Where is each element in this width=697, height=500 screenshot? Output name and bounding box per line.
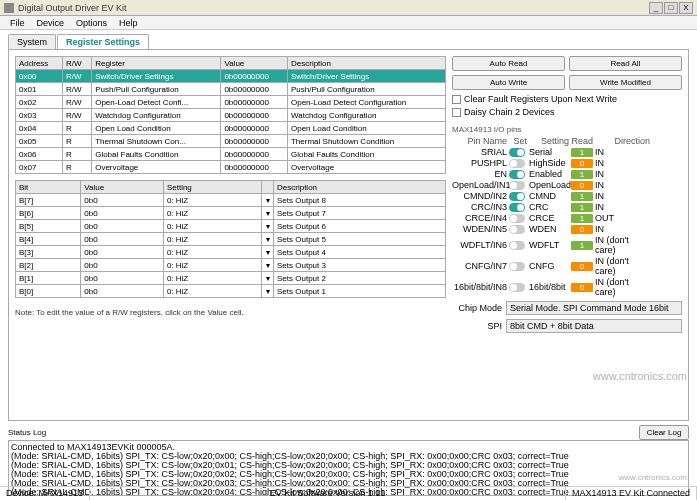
tab-panel: AddressR/WRegisterValueDescription 0x00R… xyxy=(8,49,689,421)
register-table: AddressR/WRegisterValueDescription 0x00R… xyxy=(15,56,446,174)
read-badge: 1 xyxy=(571,170,593,179)
register-row[interactable]: 0x05RThermal Shutdown Con...0b00000000Th… xyxy=(16,135,446,148)
pin-row: WDEN/IN5WDEN0IN xyxy=(452,224,682,234)
menu-options[interactable]: Options xyxy=(70,16,113,29)
dropdown-icon[interactable]: ▾ xyxy=(262,246,274,259)
bit-row[interactable]: B[1]0b00: HiZ▾Sets Output 2 xyxy=(16,272,446,285)
dropdown-icon[interactable]: ▾ xyxy=(262,220,274,233)
menu-device[interactable]: Device xyxy=(31,16,71,29)
pins-title: MAX14913 I/O pins xyxy=(452,125,682,134)
app-icon xyxy=(4,3,14,13)
dropdown-icon[interactable]: ▾ xyxy=(262,233,274,246)
register-row[interactable]: 0x03R/WWatchdog Configuration0b00000000W… xyxy=(16,109,446,122)
bit-row[interactable]: B[7]0b00: HiZ▾Sets Output 8 xyxy=(16,194,446,207)
dropdown-icon[interactable]: ▾ xyxy=(262,259,274,272)
menu-help[interactable]: Help xyxy=(113,16,144,29)
read-badge: 1 xyxy=(571,148,593,157)
bit-table: BitValueSettingDescription B[7]0b00: HiZ… xyxy=(15,180,446,298)
register-row[interactable]: 0x01R/WPush/Pull Configuration0b00000000… xyxy=(16,83,446,96)
read-badge: 0 xyxy=(571,283,593,292)
read-badge: 0 xyxy=(571,262,593,271)
status-log-label: Status Log xyxy=(8,428,639,437)
register-row[interactable]: 0x06RGlobal Faults Condition0b00000000Gl… xyxy=(16,148,446,161)
bit-row[interactable]: B[3]0b00: HiZ▾Sets Output 4 xyxy=(16,246,446,259)
maximize-button[interactable]: □ xyxy=(664,2,678,14)
close-button[interactable]: X xyxy=(679,2,693,14)
footer-version: EV Kit Software Version 1.11 xyxy=(90,487,566,500)
pin-toggle[interactable] xyxy=(509,159,525,168)
read-badge: 1 xyxy=(571,192,593,201)
daisy-chain-checkbox[interactable]: Daisy Chain 2 Devices xyxy=(452,107,682,117)
pin-toggle[interactable] xyxy=(509,170,525,179)
pin-row: CNFG/IN7CNFG0IN (don't care) xyxy=(452,256,682,276)
dropdown-icon[interactable]: ▾ xyxy=(262,272,274,285)
pin-toggle[interactable] xyxy=(509,148,525,157)
footer-device: Device: MAX14913 xyxy=(0,487,90,500)
pin-row: SRIALSerial1IN xyxy=(452,147,682,157)
pin-row: ENEnabled1IN xyxy=(452,169,682,179)
chip-mode-label: Chip Mode xyxy=(452,303,502,313)
window-title: Digital Output Driver EV Kit xyxy=(18,3,649,13)
read-badge: 0 xyxy=(571,159,593,168)
pin-row: CRCE/IN4CRCE1OUT xyxy=(452,213,682,223)
read-badge: 1 xyxy=(571,241,593,250)
pin-row: CMND/IN2CMND1IN xyxy=(452,191,682,201)
menu-file[interactable]: File xyxy=(4,16,31,29)
edit-note: Note: To edit the value of a R/W registe… xyxy=(15,308,446,317)
pin-toggle[interactable] xyxy=(509,181,525,190)
pin-toggle[interactable] xyxy=(509,203,525,212)
clear-log-button[interactable]: Clear Log xyxy=(639,425,689,440)
bit-row[interactable]: B[4]0b00: HiZ▾Sets Output 5 xyxy=(16,233,446,246)
register-row[interactable]: 0x00R/WSwitch/Driver Settings0b00000000S… xyxy=(16,70,446,83)
spi-value[interactable]: 8bit CMD + 8bit Data xyxy=(506,319,682,333)
tabs: System Register Settings xyxy=(8,34,689,49)
spi-label: SPI xyxy=(452,321,502,331)
bit-row[interactable]: B[2]0b00: HiZ▾Sets Output 3 xyxy=(16,259,446,272)
bit-row[interactable]: B[5]0b00: HiZ▾Sets Output 6 xyxy=(16,220,446,233)
chip-mode-value: Serial Mode. SPI Command Mode 16bit xyxy=(506,301,682,315)
pin-row: WDFLT/IN6WDFLT1IN (don't care) xyxy=(452,235,682,255)
clear-fault-checkbox[interactable]: Clear Fault Registers Upon Next Write xyxy=(452,94,682,104)
pin-row: PUSHPLHighSide0IN xyxy=(452,158,682,168)
dropdown-icon[interactable]: ▾ xyxy=(262,285,274,298)
footer-status: MAX14913 EV Kit Connected xyxy=(566,487,697,500)
statusbar: Device: MAX14913 EV Kit Software Version… xyxy=(0,486,697,500)
pin-toggle[interactable] xyxy=(509,214,525,223)
auto-write-button[interactable]: Auto Write xyxy=(452,75,565,90)
register-row[interactable]: 0x04ROpen Load Condition0b00000000Open L… xyxy=(16,122,446,135)
pin-toggle[interactable] xyxy=(509,192,525,201)
read-badge: 1 xyxy=(571,214,593,223)
register-row[interactable]: 0x07ROvervoltage0b00000000Overvoltage xyxy=(16,161,446,174)
read-all-button[interactable]: Read All xyxy=(569,56,682,71)
read-badge: 0 xyxy=(571,181,593,190)
titlebar: Digital Output Driver EV Kit _ □ X xyxy=(0,0,697,16)
pin-toggle[interactable] xyxy=(509,283,525,292)
tab-system[interactable]: System xyxy=(8,34,56,49)
pin-row: 16bit/8bit/IN816bit/8bit0IN (don't care) xyxy=(452,277,682,297)
dropdown-icon[interactable]: ▾ xyxy=(262,194,274,207)
pin-toggle[interactable] xyxy=(509,225,525,234)
bit-row[interactable]: B[0]0b00: HiZ▾Sets Output 1 xyxy=(16,285,446,298)
dropdown-icon[interactable]: ▾ xyxy=(262,207,274,220)
register-row[interactable]: 0x02R/WOpen-Load Detect Confi...0b000000… xyxy=(16,96,446,109)
minimize-button[interactable]: _ xyxy=(649,2,663,14)
write-modified-button[interactable]: Write Modified xyxy=(569,75,682,90)
read-badge: 1 xyxy=(571,203,593,212)
pin-row: OpenLoad/IN1OpenLoad0IN xyxy=(452,180,682,190)
auto-read-button[interactable]: Auto Read xyxy=(452,56,565,71)
bit-row[interactable]: B[6]0b00: HiZ▾Sets Output 7 xyxy=(16,207,446,220)
read-badge: 0 xyxy=(571,225,593,234)
menubar: File Device Options Help xyxy=(0,16,697,30)
tab-register-settings[interactable]: Register Settings xyxy=(57,34,149,49)
pin-toggle[interactable] xyxy=(509,241,525,250)
pin-toggle[interactable] xyxy=(509,262,525,271)
pin-row: CRC/IN3CRC1IN xyxy=(452,202,682,212)
